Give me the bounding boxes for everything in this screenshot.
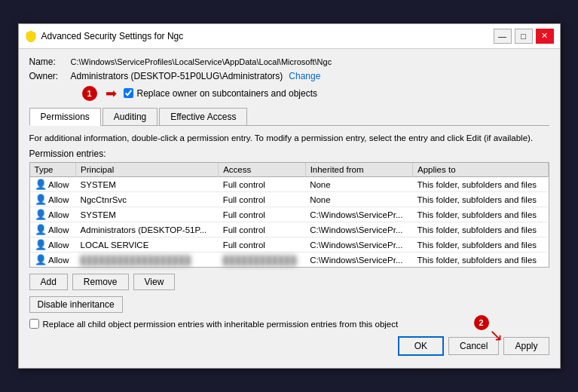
tab-permissions[interactable]: Permissions	[29, 108, 101, 126]
cell-principal: SYSTEM	[76, 177, 219, 192]
replace-all-label: Replace all child object permission entr…	[43, 320, 399, 329]
replace-all-row: Replace all child object permission entr…	[29, 319, 549, 329]
cell-access: Full control	[219, 207, 306, 222]
cell-type: 👤 Allow	[30, 192, 76, 207]
cell-inherited: C:\Windows\ServicePr...	[305, 237, 412, 253]
cell-inherited: None	[305, 192, 412, 207]
title-bar: Advanced Security Settings for Ngc — □ ✕	[19, 24, 560, 49]
permission-entries-label: Permission entries:	[29, 149, 549, 159]
change-link[interactable]: Change	[289, 71, 320, 81]
tabs-bar: Permissions Auditing Effective Access	[29, 108, 549, 126]
cell-applies: This folder, subfolders and files	[413, 237, 548, 253]
shield-icon	[25, 30, 37, 42]
permissions-table: Type Principal Access Inherited from App…	[30, 163, 549, 267]
title-bar-left: Advanced Security Settings for Ngc	[25, 30, 184, 42]
replace-all-checkbox[interactable]	[29, 319, 39, 329]
apply-button[interactable]: Apply	[503, 337, 549, 355]
cell-inherited: C:\Windows\ServicePr...	[305, 253, 412, 268]
disable-inheritance-button[interactable]: Disable inheritance	[29, 296, 123, 313]
tab-effective-access[interactable]: Effective Access	[159, 108, 247, 125]
badge-2: 2	[474, 315, 489, 330]
owner-label: Owner:	[29, 71, 71, 81]
close-button[interactable]: ✕	[536, 29, 554, 44]
cell-type: 👤 Allow	[30, 237, 76, 253]
name-row: Name: C:\Windows\ServiceProfiles\LocalSe…	[29, 57, 549, 67]
replace-owner-row: 1 ➡ Replace owner on subcontainers and o…	[82, 85, 549, 102]
ok-button[interactable]: OK	[398, 336, 444, 356]
owner-value: Administrators (DESKTOP-51P0LUG\Administ…	[71, 71, 283, 81]
cell-principal: Administrators (DESKTOP-51P...	[76, 222, 219, 237]
table-row[interactable]: 👤 Allow Administrators (DESKTOP-51P... F…	[30, 222, 549, 237]
permissions-table-container: Type Principal Access Inherited from App…	[29, 162, 549, 268]
cell-principal: NgcCtnrSvc	[76, 192, 219, 207]
cell-applies: This folder, subfolders and files	[413, 177, 548, 192]
minimize-button[interactable]: —	[494, 29, 512, 44]
col-type: Type	[30, 163, 76, 177]
cell-access: Full control	[219, 192, 306, 207]
table-row[interactable]: 👤 Allow NgcCtnrSvc Full control None Thi…	[30, 192, 549, 207]
cell-type: 👤 Allow	[30, 177, 76, 192]
cell-inherited: C:\Windows\ServicePr...	[305, 207, 412, 222]
cell-access: Full control	[219, 222, 306, 237]
table-row[interactable]: 👤 Allow SYSTEM Full control C:\Windows\S…	[30, 207, 549, 222]
cell-access: ████████████	[219, 253, 306, 268]
cell-access: Full control	[219, 237, 306, 253]
col-principal: Principal	[76, 163, 219, 177]
col-inherited: Inherited from	[305, 163, 412, 177]
title-text: Advanced Security Settings for Ngc	[41, 31, 184, 41]
cell-applies: This folder, subfolders and files	[413, 192, 548, 207]
main-window: Advanced Security Settings for Ngc — □ ✕…	[18, 23, 561, 369]
table-action-buttons: Add Remove View	[29, 274, 549, 290]
cell-type: 👤 Allow	[30, 207, 76, 222]
table-body: 👤 Allow SYSTEM Full control None This fo…	[30, 177, 549, 268]
table-row[interactable]: 👤 Allow ██████████████████ ████████████ …	[30, 253, 549, 268]
view-button[interactable]: View	[133, 274, 176, 290]
cell-type: 👤 Allow	[30, 222, 76, 237]
arrow-2: ↘	[489, 326, 503, 345]
remove-button[interactable]: Remove	[72, 274, 129, 290]
name-value: C:\Windows\ServiceProfiles\LocalService\…	[71, 57, 332, 66]
cell-principal: LOCAL SERVICE	[76, 237, 219, 253]
name-label: Name:	[29, 57, 71, 67]
table-header-row: Type Principal Access Inherited from App…	[30, 163, 549, 177]
col-access: Access	[219, 163, 306, 177]
cell-applies: This folder, subfolders and files	[413, 222, 548, 237]
content: Name: C:\Windows\ServiceProfiles\LocalSe…	[19, 49, 560, 368]
replace-owner-label: Replace owner on subcontainers and objec…	[137, 88, 317, 99]
cell-inherited: C:\Windows\ServicePr...	[305, 222, 412, 237]
cell-applies: This folder, subfolders and files	[413, 207, 548, 222]
table-head: Type Principal Access Inherited from App…	[30, 163, 549, 177]
cell-principal: SYSTEM	[76, 207, 219, 222]
table-row[interactable]: 👤 Allow SYSTEM Full control None This fo…	[30, 177, 549, 192]
info-text: For additional information, double-click…	[29, 132, 549, 144]
title-buttons: — □ ✕	[494, 29, 554, 44]
maximize-button[interactable]: □	[515, 29, 533, 44]
cell-access: Full control	[219, 177, 306, 192]
arrow-1: ➡	[106, 85, 117, 102]
tab-auditing[interactable]: Auditing	[102, 108, 157, 125]
col-applies: Applies to	[413, 163, 548, 177]
cell-type: 👤 Allow	[30, 253, 76, 268]
add-button[interactable]: Add	[29, 274, 68, 290]
badge-1: 1	[82, 86, 97, 101]
owner-row: Owner: Administrators (DESKTOP-51P0LUG\A…	[29, 71, 549, 81]
table-row[interactable]: 👤 Allow LOCAL SERVICE Full control C:\Wi…	[30, 237, 549, 253]
bottom-buttons: 2 ↘ OK Cancel Apply	[29, 336, 549, 360]
cell-principal: ██████████████████	[76, 253, 219, 268]
cell-applies: This folder, subfolders and files	[413, 253, 548, 268]
replace-owner-checkbox[interactable]	[124, 88, 133, 98]
cell-inherited: None	[305, 177, 412, 192]
